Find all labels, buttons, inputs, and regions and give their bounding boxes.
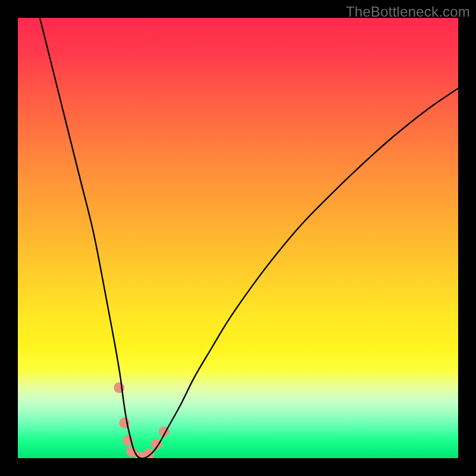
bottleneck-curve: [40, 18, 458, 458]
curve-marker: [144, 449, 155, 458]
chart-frame: TheBottleneck.com: [0, 0, 476, 476]
attribution-text: TheBottleneck.com: [346, 4, 470, 20]
plot-area: [18, 18, 458, 458]
curve-layer: [18, 18, 458, 458]
